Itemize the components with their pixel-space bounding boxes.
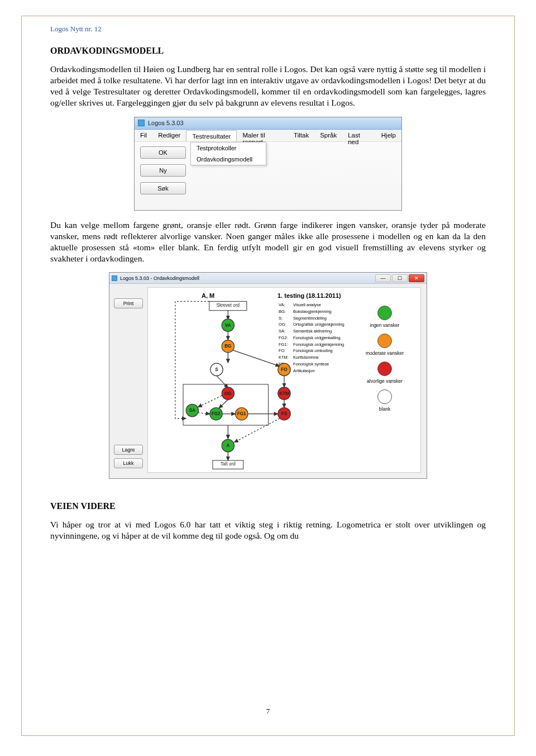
window-title-2: Logos 5.3.03 - Ordavkodingsmodell: [120, 275, 199, 281]
diagram-canvas: A, M 1. testing (18.11.2011) VA:Visuell …: [147, 287, 421, 473]
node-SA[interactable]: SA: [189, 408, 195, 413]
button-print[interactable]: Print: [114, 298, 143, 308]
minimize-icon[interactable]: —: [375, 274, 391, 282]
section-title-ordavkodingsmodell: ORDAVKODINGSMODELL: [50, 46, 486, 56]
menubar: Fil Rediger Testresultater Maler til rap…: [135, 130, 401, 142]
menu-sprak[interactable]: Språk: [314, 130, 342, 141]
document-header: Logos Nytt nr. 12: [50, 25, 486, 34]
screenshot-logos-menu: Logos 5.3.03 Fil Rediger Testresultater …: [134, 117, 402, 211]
page-content: Logos Nytt nr. 12 ORDAVKODINGSMODELL Ord…: [50, 22, 486, 722]
svg-line-10: [217, 376, 228, 388]
model-diagram: Skrevet ord VA BG S FO: [148, 288, 420, 478]
menu-tiltak[interactable]: Tiltak: [288, 130, 314, 141]
app-icon: [112, 275, 117, 281]
node-FO[interactable]: FO: [281, 367, 287, 372]
node-FG2[interactable]: FG2: [212, 411, 221, 416]
window-title: Logos 5.3.03: [148, 120, 184, 126]
svg-line-7: [233, 350, 279, 366]
screenshot-ordavkodingsmodell: Logos 5.3.03 - Ordavkodingsmodell — ☐ ✕ …: [109, 272, 427, 479]
dropdown-item-testprotokoller[interactable]: Testprotokoller: [191, 142, 266, 154]
box-talt-ord: Talt ord: [221, 462, 236, 467]
window-titlebar-2: Logos 5.3.03 - Ordavkodingsmodell — ☐ ✕: [109, 273, 427, 284]
left-button-group-bottom: Lagre Lukk: [114, 445, 143, 468]
maximize-icon[interactable]: ☐: [392, 274, 408, 282]
node-FG1[interactable]: FG1: [237, 411, 246, 416]
dropdown-item-ordavkodingsmodell[interactable]: Ordavkodingsmodell: [191, 154, 266, 165]
node-A[interactable]: A: [226, 443, 229, 448]
close-icon[interactable]: ✕: [409, 274, 424, 282]
svg-line-25: [234, 419, 280, 443]
box-skrevet-ord: Skrevet ord: [217, 303, 240, 308]
app-icon: [138, 120, 145, 126]
node-OG[interactable]: OG: [224, 391, 232, 396]
node-VA[interactable]: VA: [225, 323, 231, 328]
svg-line-16: [219, 400, 228, 408]
page-number: 7: [50, 707, 486, 716]
button-lagre[interactable]: Lagre: [114, 445, 143, 455]
node-FS[interactable]: FS: [281, 411, 288, 416]
window-titlebar: Logos 5.3.03: [135, 117, 401, 130]
node-KTM[interactable]: KTM: [279, 391, 289, 396]
paragraph-1: Ordavkodingsmodellen til Høien og Lundbe…: [50, 64, 486, 109]
button-lukk[interactable]: Lukk: [114, 458, 143, 468]
button-sok[interactable]: Søk: [140, 182, 186, 194]
paragraph-2: Du kan velge mellom fargene grønt, orans…: [50, 220, 486, 265]
side-button-group: OK Ny Søk: [140, 146, 186, 194]
menu-fil[interactable]: Fil: [135, 130, 152, 141]
left-button-group-top: Print: [114, 298, 143, 308]
menu-rediger[interactable]: Rediger: [152, 130, 186, 141]
menu-maler[interactable]: Maler til rapport: [237, 130, 288, 141]
dropdown-testresultater: Testprotokoller Ordavkodingsmodell: [190, 142, 266, 165]
node-S[interactable]: S: [215, 367, 218, 372]
svg-line-23: [198, 413, 209, 414]
menu-lastned[interactable]: Last ned: [342, 130, 376, 141]
button-ny[interactable]: Ny: [140, 164, 186, 177]
svg-line-14: [198, 396, 222, 407]
menu-testresultater[interactable]: Testresultater: [186, 130, 237, 141]
section-title-veien-videre: VEIEN VIDERE: [50, 501, 486, 511]
button-ok[interactable]: OK: [140, 146, 186, 159]
paragraph-3: Vi håper og tror at vi med Logos 6.0 har…: [50, 519, 486, 541]
window-controls: — ☐ ✕: [375, 274, 424, 282]
node-BG[interactable]: BG: [224, 344, 231, 349]
menu-hjelp[interactable]: Hjelp: [376, 130, 401, 141]
